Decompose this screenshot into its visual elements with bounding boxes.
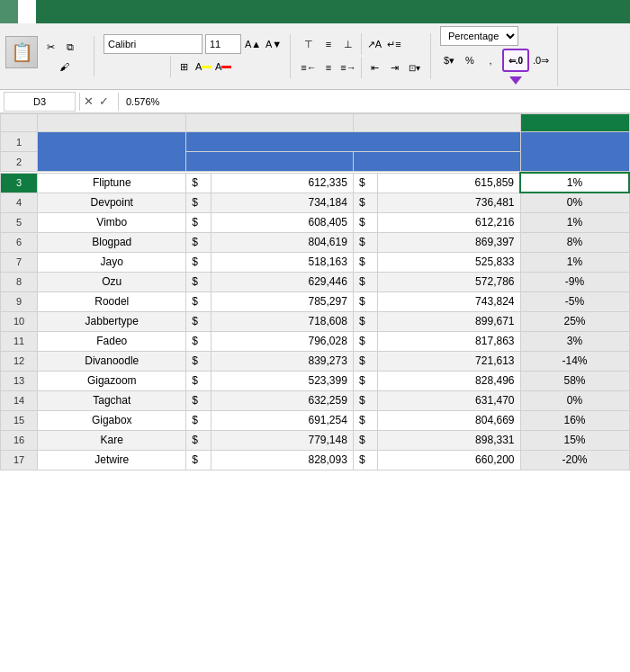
revenue-2022-cell[interactable]: 898,331: [378, 430, 520, 450]
revenue-2022-cell[interactable]: 631,470: [378, 390, 520, 410]
revenue-2022-cell[interactable]: 525,833: [378, 252, 520, 272]
font-name-input[interactable]: [104, 34, 202, 54]
company-cell[interactable]: Kare: [38, 430, 186, 450]
growth-cell[interactable]: -14%: [520, 351, 629, 371]
company-cell[interactable]: Devpoint: [38, 193, 186, 212]
menu-home[interactable]: [18, 0, 36, 23]
growth-cell[interactable]: 1%: [520, 212, 629, 232]
growth-cell[interactable]: -20%: [520, 450, 629, 470]
company-cell[interactable]: Fliptune: [38, 173, 186, 193]
revenue-2022-cell[interactable]: 817,863: [378, 331, 520, 351]
growth-cell[interactable]: 16%: [520, 410, 629, 430]
growth-cell[interactable]: 1%: [520, 173, 629, 193]
company-cell[interactable]: Gigazoom: [38, 371, 186, 390]
growth-cell[interactable]: 3%: [520, 331, 629, 351]
menu-developer[interactable]: [144, 0, 162, 23]
growth-cell[interactable]: -5%: [520, 291, 629, 311]
revenue-2021-cell[interactable]: 691,254: [211, 410, 353, 430]
menu-view[interactable]: [126, 0, 144, 23]
revenue-2021-cell[interactable]: 718,608: [211, 311, 353, 331]
revenue-2022-cell[interactable]: 736,481: [378, 193, 520, 212]
italic-button[interactable]: [125, 57, 145, 76]
revenue-2021-cell[interactable]: 796,028: [211, 331, 353, 351]
menu-help[interactable]: [162, 0, 180, 23]
cell-reference-input[interactable]: [4, 92, 76, 112]
decrease-font-button[interactable]: A▼: [265, 35, 283, 53]
menu-page-layout[interactable]: [54, 0, 72, 23]
formula-input[interactable]: [122, 92, 626, 112]
menu-formulas[interactable]: [72, 0, 90, 23]
bold-button[interactable]: [104, 57, 123, 76]
company-cell[interactable]: Jayo: [38, 252, 186, 272]
font-color-button[interactable]: A: [214, 58, 232, 76]
revenue-2021-cell[interactable]: 523,399: [211, 371, 353, 390]
orientation-button[interactable]: ↗A: [365, 35, 383, 53]
cancel-icon[interactable]: ✕: [84, 94, 94, 108]
middle-align-button[interactable]: ≡: [320, 35, 338, 53]
copy-button[interactable]: ⧉: [61, 38, 79, 56]
revenue-2021-cell[interactable]: 839,273: [211, 351, 353, 371]
revenue-2021-cell[interactable]: 779,148: [211, 430, 353, 450]
menu-insert[interactable]: [36, 0, 54, 23]
revenue-2022-cell[interactable]: 721,613: [378, 351, 520, 371]
revenue-2022-cell[interactable]: 828,496: [378, 371, 520, 390]
decrease-decimal-button[interactable]: ⇐.0: [502, 49, 529, 72]
company-cell[interactable]: Fadeo: [38, 331, 186, 351]
company-cell[interactable]: Gigabox: [38, 410, 186, 430]
dollar-button[interactable]: $▾: [440, 51, 458, 69]
left-align-button[interactable]: ≡←: [300, 58, 318, 76]
border-button[interactable]: ⊞: [175, 58, 193, 76]
company-cell[interactable]: Roodel: [38, 291, 186, 311]
col-d-header[interactable]: [520, 114, 629, 132]
menu-data[interactable]: [90, 0, 108, 23]
menu-file[interactable]: [0, 0, 18, 23]
number-format-dropdown[interactable]: Percentage: [440, 26, 518, 46]
revenue-2021-cell[interactable]: 518,163: [211, 252, 353, 272]
company-cell[interactable]: Jabbertype: [38, 311, 186, 331]
company-cell[interactable]: Divanoodle: [38, 351, 186, 371]
percent-button[interactable]: %: [461, 51, 479, 69]
growth-cell[interactable]: 1%: [520, 252, 629, 272]
bottom-align-button[interactable]: ⊥: [339, 35, 357, 53]
menu-review[interactable]: [108, 0, 126, 23]
revenue-2021-cell[interactable]: 804,619: [211, 232, 353, 252]
confirm-icon[interactable]: ✓: [99, 94, 109, 108]
revenue-2022-cell[interactable]: 572,786: [378, 272, 520, 291]
growth-cell[interactable]: -9%: [520, 272, 629, 291]
revenue-2022-cell[interactable]: 743,824: [378, 291, 520, 311]
paste-button[interactable]: 📋: [5, 36, 38, 68]
font-size-input[interactable]: [205, 34, 241, 54]
growth-cell[interactable]: 15%: [520, 430, 629, 450]
cut-button[interactable]: ✂: [41, 38, 59, 56]
company-cell[interactable]: Tagchat: [38, 390, 186, 410]
revenue-2021-cell[interactable]: 629,446: [211, 272, 353, 291]
revenue-2022-cell[interactable]: 612,216: [378, 212, 520, 232]
increase-decimal-button[interactable]: .0⇒: [532, 51, 550, 69]
revenue-2021-cell[interactable]: 612,335: [211, 173, 353, 193]
revenue-2021-cell[interactable]: 632,259: [211, 390, 353, 410]
company-cell[interactable]: Blogpad: [38, 232, 186, 252]
format-painter-button[interactable]: 🖌: [41, 58, 86, 76]
col-a-header[interactable]: [38, 114, 186, 132]
revenue-2021-cell[interactable]: 734,184: [211, 193, 353, 212]
revenue-2021-cell[interactable]: 785,297: [211, 291, 353, 311]
revenue-2022-cell[interactable]: 869,397: [378, 232, 520, 252]
revenue-2022-cell[interactable]: 899,671: [378, 311, 520, 331]
revenue-2021-cell[interactable]: 608,405: [211, 212, 353, 232]
col-b-header[interactable]: [186, 114, 354, 132]
growth-cell[interactable]: 0%: [520, 390, 629, 410]
growth-cell[interactable]: 25%: [520, 311, 629, 331]
growth-cell[interactable]: 0%: [520, 193, 629, 212]
underline-button[interactable]: [147, 57, 166, 76]
col-c-header[interactable]: [354, 114, 521, 132]
fill-color-button[interactable]: A: [194, 58, 212, 76]
growth-cell[interactable]: 58%: [520, 371, 629, 390]
comma-button[interactable]: ,: [482, 51, 500, 69]
top-align-button[interactable]: ⊤: [300, 35, 318, 53]
company-cell[interactable]: Jetwire: [38, 450, 186, 470]
revenue-2022-cell[interactable]: 660,200: [378, 450, 520, 470]
center-align-button[interactable]: ≡: [320, 58, 338, 76]
company-cell[interactable]: Vimbo: [38, 212, 186, 232]
revenue-2021-cell[interactable]: 828,093: [211, 450, 353, 470]
increase-font-button[interactable]: A▲: [244, 35, 262, 53]
